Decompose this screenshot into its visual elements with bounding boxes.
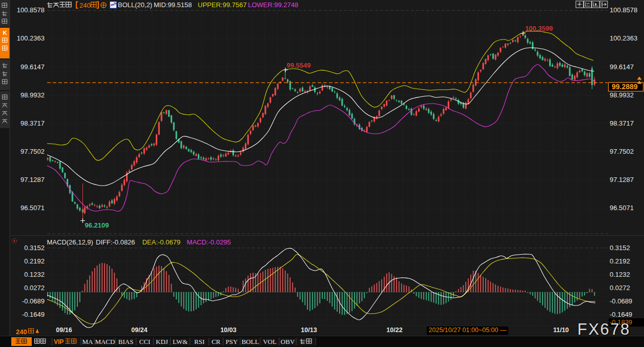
svg-text:BOLL: BOLL — [241, 338, 259, 345]
svg-text:VOL: VOL — [263, 338, 277, 345]
svg-text:CCI: CCI — [139, 338, 151, 345]
svg-text:BIAS: BIAS — [118, 338, 134, 345]
svg-text:MA: MA — [82, 338, 94, 345]
svg-text:240: 240 — [16, 328, 27, 336]
svg-text:VIP: VIP — [54, 338, 64, 345]
svg-text:KDJ: KDJ — [156, 338, 168, 345]
svg-text:RSI: RSI — [194, 338, 204, 345]
svg-text:CR: CR — [212, 338, 221, 345]
svg-text:240: 240 — [79, 2, 91, 9]
svg-text:LW&: LW& — [173, 338, 188, 345]
svg-text:OBV: OBV — [281, 338, 295, 345]
svg-text:PSY: PSY — [225, 338, 238, 345]
svg-text:MACD: MACD — [95, 338, 115, 345]
svg-text:K: K — [3, 30, 7, 36]
